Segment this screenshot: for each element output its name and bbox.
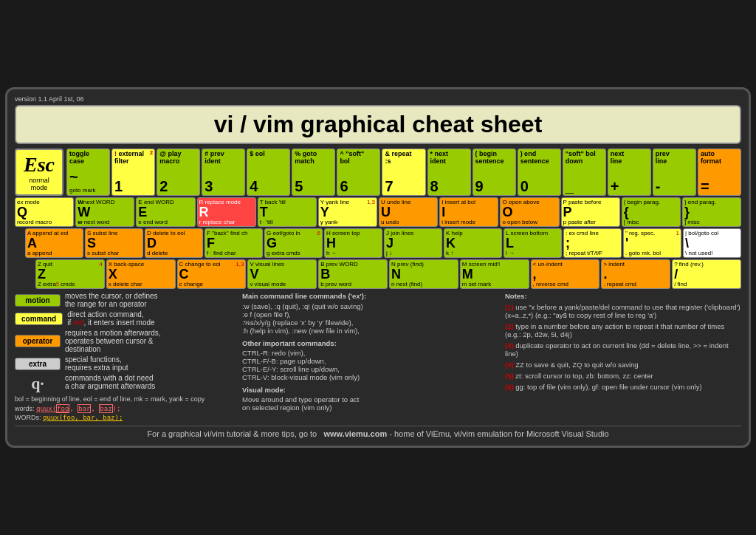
gt-key: > indent . . repeat cmd — [601, 259, 670, 289]
command-desc: direct action command,if red, it enters … — [67, 310, 154, 327]
b-key: B prev WORD B b prev word — [318, 259, 388, 289]
key-0: ) endsentence 0 — [518, 149, 561, 196]
lbrace-key: { begin parag. { [ misc — [622, 197, 681, 227]
k-key: K help K k ↑ — [444, 228, 502, 258]
key-8: * nextident 8 — [427, 149, 471, 196]
extra-badge: extra — [15, 358, 61, 370]
motion-desc: moves the cursor, or definesthe range fo… — [65, 292, 158, 308]
visual-lines: Move around and type operator to act on … — [242, 395, 499, 412]
note-2: (2) type in a number before any action t… — [505, 322, 741, 338]
key-1: ! externalfilter 12 — [111, 149, 155, 196]
h-key: H screen top H h ← — [324, 228, 382, 258]
extra-desc: special functions,requires extra input — [65, 355, 128, 372]
u-key: U undo line U u undo — [379, 197, 438, 227]
key-6: ^ "soft"bol 6 — [337, 149, 380, 196]
abbrev-line: bol = beginning of line, eol = end of li… — [15, 395, 236, 403]
other-cmd-lines: CTRL-R: redo (vim), CTRL-F/-B: page up/d… — [242, 349, 499, 381]
key-9: ( beginsentence 9 — [472, 149, 516, 196]
g-key: 6 G eof/goto ln G g extra cmds — [264, 228, 323, 258]
q-key: ex mode Q record macro — [15, 197, 74, 227]
key-3: # prevident 3 — [202, 149, 245, 196]
n-key: N prev (find) N n next (find) — [389, 259, 458, 289]
l-key: L screen bottom L l → — [504, 228, 562, 258]
note-5: (5) zt: scroll cursor to top, zb: bottom… — [505, 372, 741, 380]
key-plus: nextline + — [608, 149, 651, 196]
t-key: T back 'till T t · 'till — [258, 197, 317, 227]
footer: For a graphical vi/vim tutorial & more t… — [15, 426, 741, 438]
question-key: ? find (rev.) / / find — [672, 259, 741, 289]
r-key: R replace mode R r replace char — [197, 197, 256, 227]
rbrace-key: } end parag. } ] misc — [682, 197, 741, 227]
key-equals: autoformat = — [698, 149, 741, 196]
f-key: F "back" find ch F f · find char — [205, 228, 263, 258]
motion-badge: motion — [15, 294, 61, 307]
d-key: D delete to eol D d delete — [145, 228, 203, 258]
dot-cmd: q· — [15, 374, 61, 393]
note-6: (6) gg: top of file (vim only), gf: open… — [505, 383, 741, 391]
esc-label: Esc — [22, 153, 56, 177]
x-key: X back-space X x delete char — [106, 259, 176, 289]
colon-key: : ex cmd line ; ; repeat t/T/f/F — [563, 228, 622, 258]
words-example: words: quux(foo, bar, baz); — [15, 405, 236, 412]
key-underscore: "soft" boldown _ — [563, 149, 606, 196]
main-title: vi / vim graphical cheat sheet — [16, 111, 740, 138]
tilde-key: togglecase ~ goto mark — [66, 149, 110, 196]
s-key: S subst line S s subst char — [85, 228, 143, 258]
visual-title: Visual mode: — [242, 386, 499, 394]
i-key: I insert at bol I i insert mode — [439, 197, 498, 227]
lt-key: < un-indent , , reverse cmd — [531, 259, 600, 289]
z-key: 4 Z quit Z Z extra5 cmds — [35, 259, 105, 289]
title-box: vi / vim graphical cheat sheet — [15, 105, 741, 144]
y-key: 1,3 Y yank line Y y yank· — [318, 197, 377, 227]
main-cmd-lines: :w (save), :q (quit), :q! (quit w/o savi… — [242, 302, 499, 335]
esc-sub: normalmode — [22, 177, 56, 191]
operator-desc: requires a motion afterwards,operates be… — [65, 329, 161, 353]
quote-key: 1 " reg. spec. ' . goto mk. bol — [623, 228, 681, 258]
main-cmd-title: Main command line commands ('ex'): — [242, 292, 499, 300]
other-cmd-title: Other important commands: — [242, 339, 499, 347]
key-2: @ playmacro 2 — [157, 149, 200, 196]
operator-badge: operator — [15, 335, 61, 347]
a-key: A append at eol A a append — [25, 228, 83, 258]
dot-desc: commands with a dot needa char argument … — [65, 374, 155, 390]
j-key: J join lines J j ↓ — [384, 228, 442, 258]
w-key: Wnext WORD W w next word — [75, 197, 134, 227]
cheat-sheet: version 1.1 April 1st, 06 vi / vim graph… — [5, 87, 751, 449]
e-key: E end WORD E e end word — [136, 197, 195, 227]
m-key: M screen mid'l M m set mark — [460, 259, 529, 289]
key-7: & repeat:s 7 — [382, 149, 425, 196]
p-key: P paste before P p paste after — [561, 197, 620, 227]
version-text: version 1.1 April 1st, 06 — [15, 95, 741, 104]
v-key: V visual lines V v visual mode — [247, 259, 317, 289]
words-example2: WORDs: quux(foo, bar, baz); — [15, 414, 236, 421]
notes-title: Notes: — [505, 292, 741, 300]
key-minus: prevline - — [653, 149, 696, 196]
key-5: % gotomatch 5 — [292, 149, 335, 196]
command-badge: command — [15, 313, 63, 325]
key-4: $ eol 4 — [247, 149, 290, 196]
o-key: O open above O o open below — [500, 197, 559, 227]
pipe-key: | bol/goto col \ \ not used! — [683, 228, 741, 258]
c-key: 1,3 C change to eol C c change — [177, 259, 247, 289]
note-3: (3) duplicate operator to act on current… — [505, 341, 741, 358]
note-4: (4) ZZ to save & quit, ZQ to quit w/o sa… — [505, 361, 741, 369]
note-1: (1) use "x before a yank/paste/del comma… — [505, 303, 741, 319]
esc-key: Esc normalmode — [15, 149, 63, 196]
